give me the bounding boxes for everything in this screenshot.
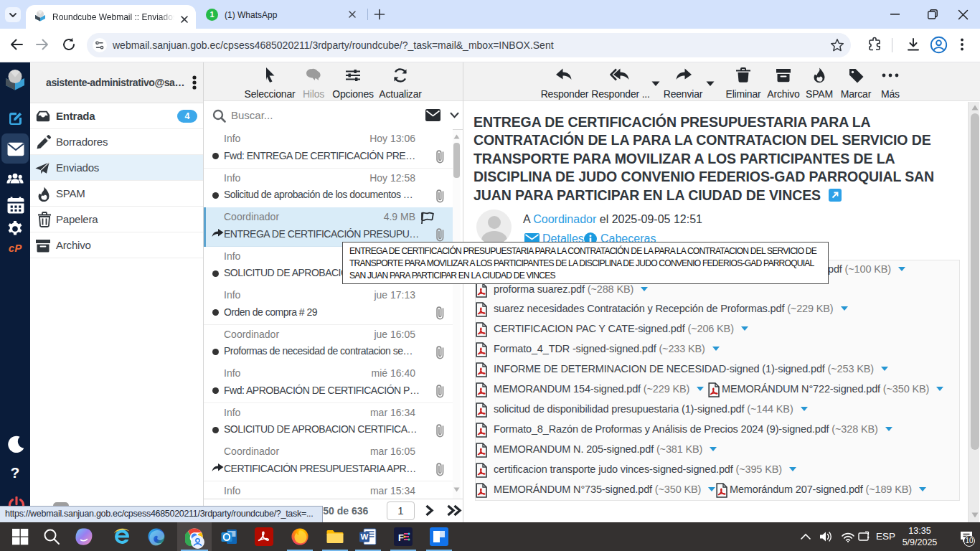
svg-text:W: W [361, 532, 369, 541]
svg-text:F: F [398, 532, 404, 543]
svg-text:1: 1 [209, 10, 214, 19]
